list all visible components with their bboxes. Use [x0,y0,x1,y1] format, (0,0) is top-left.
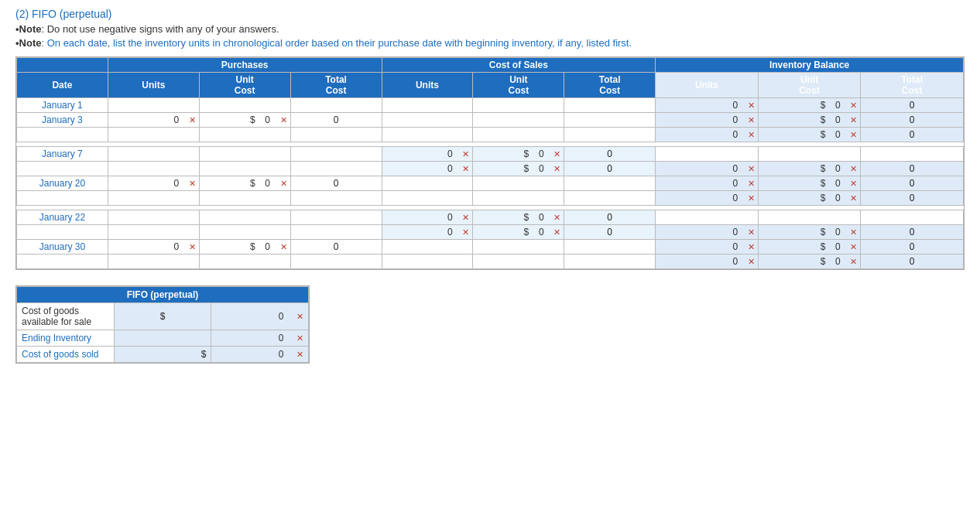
inv-unit-cost-cell[interactable]: $✕ [758,128,861,142]
x-icon[interactable]: ✕ [553,164,560,174]
inv-unit-cost-input[interactable] [827,241,848,252]
x-icon[interactable]: ✕ [748,193,755,203]
inv-units-input[interactable] [725,256,746,267]
x-icon[interactable]: ✕ [850,130,857,140]
inv-units-input[interactable] [725,129,746,140]
x-icon[interactable]: ✕ [850,227,857,237]
purch-units-cell[interactable]: ✕ [108,176,199,191]
x-icon[interactable]: ✕ [850,179,857,189]
inv-units-input[interactable] [725,100,746,111]
x-icon[interactable]: ✕ [462,149,469,159]
inv-unit-cost-cell[interactable]: $✕ [758,191,861,206]
cos-unit-cost-input[interactable] [530,212,552,223]
inv-unit-cost-cell[interactable]: $✕ [758,113,861,128]
cogs-avail-input[interactable] [267,311,295,322]
inv-unit-cost-cell[interactable]: $✕ [758,225,861,240]
x-icon[interactable]: ✕ [280,179,287,189]
x-icon[interactable]: ✕ [462,227,469,237]
cos-units-input[interactable] [439,227,461,237]
x-icon[interactable]: ✕ [296,333,303,343]
cos-units-cell[interactable]: ✕ [382,225,473,240]
x-icon[interactable]: ✕ [850,164,857,174]
cos-units-cell[interactable]: ✕ [382,210,473,225]
cos-unit-cost-cell[interactable]: $✕ [473,225,564,240]
purch-units-input[interactable] [166,178,187,189]
cos-unit-cost-input[interactable] [530,149,552,159]
cos-value-cell[interactable]: ✕ [211,347,309,363]
ending-inv-value-cell[interactable]: ✕ [211,330,309,347]
inv-unit-cost-input[interactable] [827,193,848,203]
cos-unit-cost-input[interactable] [530,163,552,174]
cos-input[interactable] [267,349,295,360]
inv-unit-cost-input[interactable] [827,114,848,125]
cos-units-input[interactable] [439,149,461,159]
x-icon[interactable]: ✕ [280,115,287,125]
cos-unit-cost-cell[interactable]: $✕ [473,162,564,176]
x-icon[interactable]: ✕ [850,101,857,111]
purch-units-input[interactable] [166,241,187,252]
inv-units-cell[interactable]: ✕ [656,98,759,113]
cos-unit-cost-cell[interactable]: $✕ [473,210,564,225]
inv-units-input[interactable] [725,241,746,252]
cos-unit-cost-input[interactable] [530,227,552,237]
x-icon[interactable]: ✕ [189,179,196,189]
inv-units-input[interactable] [725,114,746,125]
x-icon[interactable]: ✕ [296,350,303,360]
inv-unit-cost-cell[interactable]: $✕ [758,240,861,254]
cos-units-input[interactable] [439,163,461,174]
cos-units-cell[interactable]: ✕ [382,147,473,162]
x-icon[interactable]: ✕ [850,193,857,203]
x-icon[interactable]: ✕ [748,242,755,252]
cos-units-cell[interactable]: ✕ [382,162,473,176]
purch-unit-cost-cell[interactable]: $✕ [199,176,290,191]
x-icon[interactable]: ✕ [462,164,469,174]
x-icon[interactable]: ✕ [850,242,857,252]
x-icon[interactable]: ✕ [296,312,303,322]
x-icon[interactable]: ✕ [850,257,857,267]
x-icon[interactable]: ✕ [850,115,857,125]
inv-units-cell[interactable]: ✕ [656,113,759,128]
inv-units-input[interactable] [725,227,746,237]
inv-units-cell[interactable]: ✕ [656,225,759,240]
inv-unit-cost-cell[interactable]: $✕ [758,254,861,269]
inv-units-cell[interactable]: ✕ [656,191,759,206]
inv-units-cell[interactable]: ✕ [656,176,759,191]
x-icon[interactable]: ✕ [553,227,560,237]
cogs-avail-value-cell[interactable]: ✕ [211,303,309,330]
x-icon[interactable]: ✕ [748,227,755,237]
inv-unit-cost-cell[interactable]: $✕ [758,162,861,176]
inv-units-input[interactable] [725,193,746,203]
x-icon[interactable]: ✕ [748,179,755,189]
purch-unit-cost-input[interactable] [257,114,279,125]
inv-unit-cost-cell[interactable]: $✕ [758,176,861,191]
inv-unit-cost-input[interactable] [827,227,848,237]
purch-unit-cost-input[interactable] [257,178,279,189]
x-icon[interactable]: ✕ [553,149,560,159]
x-icon[interactable]: ✕ [189,242,196,252]
inv-units-input[interactable] [725,163,746,174]
inv-unit-cost-cell[interactable]: $✕ [758,98,861,113]
x-icon[interactable]: ✕ [748,257,755,267]
cos-unit-cost-cell[interactable]: $✕ [473,147,564,162]
inv-unit-cost-input[interactable] [827,129,848,140]
purch-units-input[interactable] [166,114,187,125]
inv-unit-cost-input[interactable] [827,100,848,111]
inv-units-input[interactable] [725,178,746,189]
x-icon[interactable]: ✕ [748,115,755,125]
x-icon[interactable]: ✕ [748,101,755,111]
purch-unit-cost-input[interactable] [257,241,279,252]
inv-units-cell[interactable]: ✕ [656,240,759,254]
inv-unit-cost-input[interactable] [827,178,848,189]
x-icon[interactable]: ✕ [748,130,755,140]
x-icon[interactable]: ✕ [462,213,469,223]
purch-units-cell[interactable]: ✕ [108,113,199,128]
inv-unit-cost-input[interactable] [827,256,848,267]
cos-units-input[interactable] [439,212,461,223]
x-icon[interactable]: ✕ [189,115,196,125]
purch-unit-cost-cell[interactable]: $✕ [199,240,290,254]
inv-units-cell[interactable]: ✕ [656,254,759,269]
inv-unit-cost-input[interactable] [827,163,848,174]
purch-unit-cost-cell[interactable]: $✕ [199,113,290,128]
x-icon[interactable]: ✕ [748,164,755,174]
x-icon[interactable]: ✕ [280,242,287,252]
